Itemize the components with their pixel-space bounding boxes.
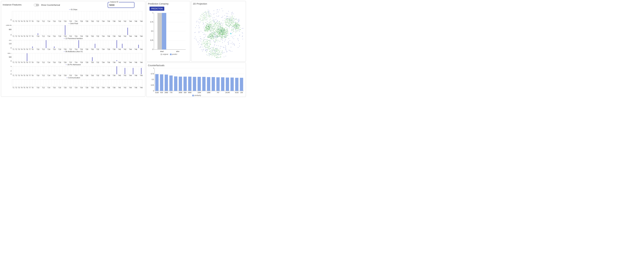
svg-point-1226 — [206, 45, 207, 45]
svg-point-1230 — [204, 45, 205, 46]
svg-text:T7: T7 — [29, 21, 31, 22]
svg-point-1492 — [210, 52, 211, 53]
svg-text:T26: T26 — [80, 21, 83, 22]
svg-point-1616 — [213, 25, 213, 26]
svg-text:T2: T2 — [15, 87, 17, 89]
svg-point-688 — [216, 27, 216, 27]
svg-point-934 — [227, 33, 227, 33]
svg-point-887 — [227, 28, 228, 29]
svg-point-568 — [227, 24, 228, 25]
svg-text:T44: T44 — [129, 36, 132, 37]
svg-point-2100 — [220, 34, 220, 35]
svg-point-2421 — [242, 36, 243, 36]
svg-point-758 — [217, 58, 218, 58]
svg-point-1210 — [208, 42, 208, 43]
svg-point-2496 — [198, 44, 199, 45]
svg-point-1022 — [235, 28, 236, 28]
svg-point-2248 — [210, 33, 210, 34]
svg-point-2018 — [209, 28, 210, 29]
svg-point-2522 — [222, 39, 222, 40]
svg-text:T26: T26 — [80, 49, 83, 50]
svg-point-2400 — [221, 31, 222, 32]
svg-point-2498 — [201, 50, 202, 50]
svg-point-682 — [218, 22, 218, 23]
svg-point-2624 — [212, 47, 212, 48]
svg-point-2428 — [216, 22, 216, 23]
svg-point-1985 — [206, 26, 206, 27]
svg-point-659 — [217, 23, 218, 23]
svg-point-864 — [218, 30, 218, 30]
svg-point-2036 — [207, 31, 208, 31]
svg-point-1364 — [211, 31, 212, 31]
svg-point-544 — [231, 21, 231, 22]
svg-point-2315 — [217, 54, 218, 55]
svg-point-1313 — [204, 14, 205, 15]
svg-point-2029 — [208, 27, 208, 27]
svg-point-1704 — [220, 29, 221, 30]
svg-text:T22: T22 — [69, 62, 72, 63]
svg-point-1488 — [216, 52, 217, 52]
svg-text:T48: T48 — [140, 49, 143, 50]
svg-text:T34: T34 — [102, 21, 105, 22]
svg-point-2445 — [230, 40, 230, 41]
svg-text:T48: T48 — [140, 87, 143, 89]
show-counterfactual-toggle[interactable] — [34, 4, 39, 6]
svg-point-2634 — [230, 18, 230, 19]
svg-point-2317 — [216, 45, 217, 46]
svg-point-2469 — [197, 21, 198, 22]
svg-point-1578 — [204, 30, 204, 30]
svg-point-2492 — [243, 28, 244, 29]
svg-point-2651 — [227, 51, 228, 52]
svg-point-1834 — [234, 25, 234, 25]
svg-point-969 — [233, 30, 234, 30]
instance-id-field[interactable]: Instance ID — [108, 2, 134, 8]
svg-point-1153 — [210, 46, 210, 47]
svg-point-1322 — [211, 32, 212, 32]
svg-point-2644 — [195, 32, 196, 33]
svg-point-1207 — [208, 46, 208, 46]
instance-id-input[interactable] — [109, 3, 133, 7]
svg-point-1630 — [210, 22, 210, 22]
svg-point-2042 — [221, 35, 222, 35]
svg-point-2451 — [208, 25, 209, 25]
svg-point-1154 — [205, 41, 206, 42]
svg-point-2483 — [206, 20, 206, 20]
svg-text:T3: T3 — [18, 75, 20, 76]
svg-point-2402 — [222, 16, 223, 17]
svg-point-2549 — [226, 25, 226, 26]
svg-point-2115 — [224, 33, 225, 34]
svg-point-2200 — [225, 25, 226, 25]
svg-point-2599 — [233, 19, 234, 19]
svg-point-539 — [232, 17, 233, 18]
svg-point-1263 — [200, 15, 200, 16]
svg-text:T1: T1 — [12, 62, 14, 63]
svg-point-1821 — [234, 26, 234, 27]
svg-text:T44: T44 — [129, 62, 132, 63]
svg-point-2552 — [206, 50, 206, 50]
svg-point-1246 — [208, 16, 208, 16]
svg-point-1683 — [220, 30, 220, 31]
svg-point-2478 — [238, 25, 238, 26]
svg-point-2288 — [211, 36, 212, 37]
svg-point-2198 — [225, 23, 226, 23]
svg-point-2572 — [239, 19, 239, 20]
svg-point-1398 — [216, 36, 216, 36]
svg-point-2386 — [217, 29, 218, 30]
prediction-legend: original predict — [148, 53, 189, 55]
svg-point-1832 — [238, 28, 238, 29]
svg-rect-2685 — [184, 77, 187, 91]
svg-point-2362 — [214, 50, 215, 50]
svg-point-2017 — [209, 27, 210, 27]
svg-point-2019 — [207, 24, 208, 24]
svg-point-1261 — [206, 18, 206, 18]
svg-rect-385 — [125, 68, 125, 74]
svg-point-1666 — [215, 28, 216, 28]
svg-point-1734 — [218, 34, 219, 34]
svg-point-1498 — [210, 52, 210, 52]
prediction-button[interactable]: PREDICTION — [150, 7, 164, 11]
svg-text:T10: T10 — [37, 36, 40, 37]
projection-scatter[interactable] — [192, 6, 244, 60]
svg-point-920 — [227, 32, 228, 32]
svg-point-2656 — [215, 36, 216, 37]
svg-point-1289 — [208, 13, 208, 14]
